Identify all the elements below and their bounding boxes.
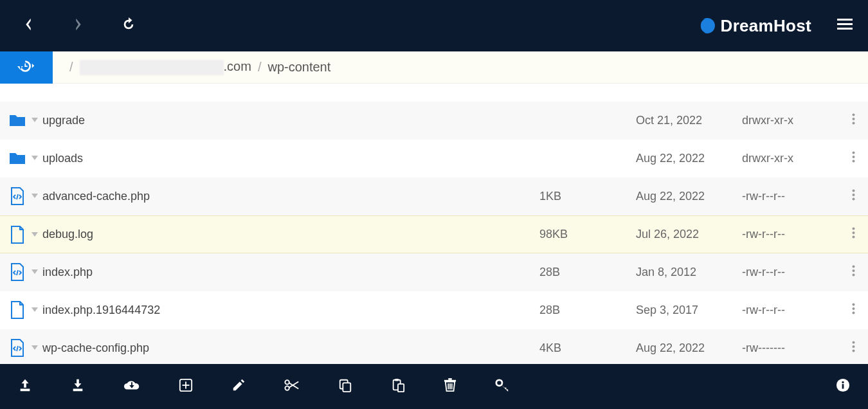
file-date: Oct 21, 2022 [636,114,742,127]
expand-caret-icon[interactable] [31,194,39,199]
svg-point-6 [852,113,854,116]
file-name-cell: uploads [8,150,539,166]
svg-rect-35 [395,379,399,381]
svg-point-11 [852,159,854,162]
svg-point-10 [852,156,854,158]
file-name: upgrade [42,114,85,127]
svg-point-45 [842,381,844,383]
svg-rect-36 [398,384,404,392]
svg-point-12 [852,189,854,192]
file-date: Aug 22, 2022 [636,341,742,355]
copy-button[interactable] [338,378,352,395]
back-button[interactable] [15,13,41,39]
file-row[interactable]: upgradeOct 21, 2022drwxr-xr-x [0,102,868,140]
svg-point-25 [852,345,854,348]
kebab-icon [852,265,855,280]
kebab-icon [852,227,855,242]
delete-button[interactable] [444,378,457,395]
upload-button[interactable] [18,378,32,395]
row-menu-button[interactable] [846,151,860,166]
kebab-icon [852,113,855,128]
file-permissions: -rw-r--r-- [742,228,846,241]
refresh-button[interactable] [116,13,141,39]
expand-caret-icon[interactable] [31,156,39,161]
svg-point-21 [852,303,854,305]
svg-rect-44 [842,384,844,388]
history-icon [17,59,35,77]
plus-square-icon [179,378,193,395]
svg-point-9 [852,151,854,154]
file-permissions: -rw-r--r-- [742,190,846,203]
permissions-button[interactable] [495,378,509,395]
expand-caret-icon[interactable] [31,232,39,237]
svg-point-26 [852,349,854,352]
cut-button[interactable] [284,379,300,394]
chevron-right-icon [73,17,84,34]
row-menu-button[interactable] [846,341,860,356]
breadcrumb-item-current[interactable]: wp-content [267,60,330,75]
download-button[interactable] [71,378,85,395]
svg-point-13 [852,194,854,196]
moon-icon [699,17,716,34]
history-button[interactable] [0,51,53,84]
download-icon [71,378,85,395]
info-button[interactable] [836,378,850,395]
main-menu-button[interactable] [837,18,853,33]
row-menu-button[interactable] [846,303,860,318]
expand-caret-icon[interactable] [31,269,39,275]
kebab-icon [852,189,855,204]
paste-button[interactable] [391,378,405,395]
expand-caret-icon[interactable] [31,118,39,123]
cloud-download-button[interactable] [123,378,140,395]
file-list-gap [0,84,868,102]
file-name: debug.log [42,228,93,241]
svg-point-7 [852,118,854,120]
svg-point-18 [852,265,854,268]
bottom-toolbar [0,364,868,409]
copy-icon [338,378,352,395]
folder-icon [8,150,27,166]
file-permissions: drwxr-xr-x [742,152,846,165]
svg-rect-29 [183,385,190,386]
brand-logo[interactable]: DreamHost [699,16,811,36]
row-menu-button[interactable] [846,189,860,204]
svg-point-24 [852,341,854,343]
file-icon [8,226,27,244]
edit-button[interactable] [231,378,246,395]
file-row[interactable]: uploadsAug 22, 2022drwxr-xr-x [0,140,868,177]
expand-caret-icon[interactable] [31,307,39,313]
code-icon [8,263,27,281]
file-list: upgradeOct 21, 2022drwxr-xr-x uploadsAug… [0,84,868,364]
upload-icon [18,378,32,395]
file-date: Aug 22, 2022 [636,190,742,203]
file-row[interactable]: index.php28BJan 8, 2012-rw-r--r-- [0,253,868,291]
trash-icon [444,378,457,395]
top-navbar: DreamHost [0,0,868,51]
svg-point-8 [852,122,854,124]
forward-button[interactable] [66,13,91,39]
redacted-domain [80,60,224,75]
folder-icon [8,113,27,128]
file-icon [8,301,27,319]
file-size: 98KB [539,228,636,241]
row-menu-button[interactable] [846,227,860,242]
code-icon [8,187,27,205]
file-row[interactable]: wp-cache-config.php4KBAug 22, 2022-rw---… [0,329,868,364]
expand-caret-icon[interactable] [31,345,39,350]
file-size: 4KB [539,341,636,355]
row-menu-button[interactable] [846,265,860,280]
svg-rect-38 [448,378,451,380]
create-button[interactable] [179,378,193,395]
file-row[interactable]: index.php.191644473228BSep 3, 2017-rw-r-… [0,291,868,329]
file-row[interactable]: advanced-cache.php1KBAug 22, 2022-rw-r--… [0,177,868,215]
breadcrumb-item-domain[interactable]: .com [80,59,251,75]
svg-point-19 [852,269,854,272]
svg-rect-39 [448,383,449,389]
file-row[interactable]: debug.log98KBJul 26, 2022-rw-r--r-- [0,215,868,253]
svg-rect-3 [837,28,853,30]
svg-rect-5 [24,66,27,67]
file-size: 28B [539,266,636,279]
row-menu-button[interactable] [846,113,860,128]
kebab-icon [852,151,855,166]
refresh-icon [122,17,136,34]
